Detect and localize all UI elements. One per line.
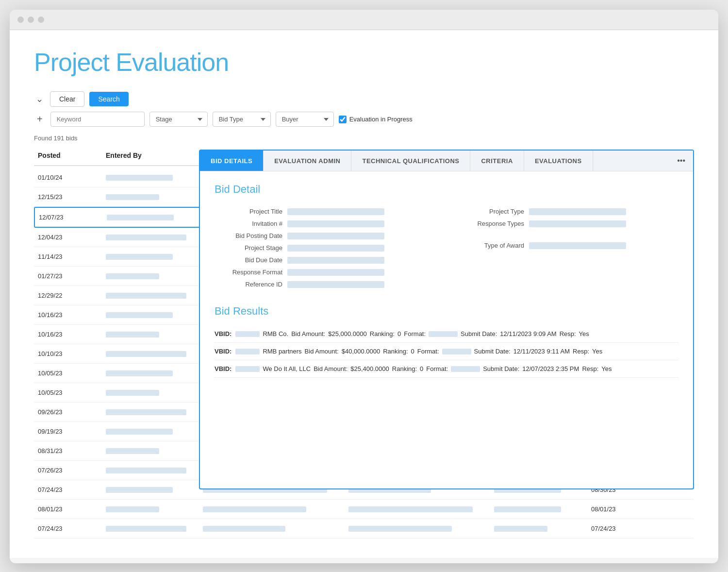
bid-result-row-3: VBID: We Do It All, LLC Bid Amount: $25,… (215, 360, 678, 378)
label-invitation: Invitation # (215, 220, 282, 227)
cell-c3 (199, 505, 345, 514)
bid-amount-label-1: Bid Amount: (291, 330, 325, 337)
evaluation-in-progress-filter[interactable]: Evaluation in Progress (339, 116, 413, 123)
tab-evaluations[interactable]: EVALUATIONS (524, 151, 593, 171)
label-type-of-award: Type of Award (456, 242, 524, 249)
cell-posted: 10/10/23 (34, 348, 102, 359)
bid-amount-value-2: $40,000.0000 (342, 348, 381, 355)
label-response-types: Response Types (456, 220, 524, 227)
submit-date-label-1: Submit Date: (461, 330, 497, 337)
search-button[interactable]: Search (89, 92, 128, 106)
cell-c3 (199, 524, 345, 534)
add-filter-button[interactable]: + (34, 113, 46, 126)
clear-button[interactable]: Clear (50, 91, 84, 107)
cell-posted: 07/24/23 (34, 484, 102, 495)
stage-select[interactable]: Stage (149, 112, 208, 127)
tab-technical-qualifications[interactable]: TECHNICAL QUALIFICATIONS (351, 151, 470, 171)
app-window: Project Evaluation ⌄ Clear Search + Stag… (10, 10, 718, 563)
vbid-label-2: VBID: (215, 348, 232, 355)
value-bid-posting-date (287, 233, 384, 239)
table-row[interactable]: 07/24/23 07/24/23 (34, 519, 694, 538)
traffic-light-close[interactable] (17, 17, 24, 23)
vbid-value-3 (235, 366, 260, 372)
value-reference-id (287, 281, 384, 288)
cell-entered-by (102, 369, 199, 378)
evaluation-in-progress-checkbox[interactable] (339, 116, 347, 123)
cell-entered-by (102, 407, 199, 417)
company-name-3: We Do It All, LLC (263, 365, 311, 372)
label-bid-due-date: Bid Due Date (215, 256, 282, 264)
cell-entered-by (102, 349, 199, 359)
cell-entered-by (102, 310, 199, 320)
main-content: Project Evaluation ⌄ Clear Search + Stag… (10, 30, 718, 558)
filter-row-1: ⌄ Clear Search (34, 91, 694, 107)
cell-entered-by (102, 446, 199, 456)
value-invitation (287, 220, 384, 227)
titlebar (10, 10, 718, 30)
bid-amount-value-1: $25,000.0000 (328, 330, 367, 337)
company-name-1: RMB Co. (263, 330, 288, 337)
cell-entered-by (102, 427, 199, 437)
detail-row-project-type: Project Type (456, 205, 678, 218)
cell-posted: 12/04/23 (34, 232, 102, 243)
format-label-1: Format: (404, 330, 426, 337)
cell-entered-by (102, 505, 199, 514)
buyer-select[interactable]: Buyer (276, 112, 334, 127)
cell-entered-by (102, 252, 199, 262)
detail-row-response-types: Response Types (456, 218, 678, 230)
keyword-input[interactable] (50, 112, 145, 127)
cell-entered-by (102, 330, 199, 339)
resp-label-3: Resp: (582, 365, 598, 372)
vbid-label-1: VBID: (215, 330, 232, 337)
detail-row-response-format: Response Format (215, 266, 437, 278)
cell-posted: 10/05/23 (34, 368, 102, 379)
resp-value-2: Yes (592, 348, 602, 355)
traffic-light-maximize[interactable] (38, 17, 44, 23)
table-area: Posted Entered By Date 01/10/24 10/24 12… (34, 150, 694, 538)
tab-bid-details[interactable]: BID DETAILS (200, 151, 264, 171)
tab-evaluation-admin[interactable]: EVALUATION ADMIN (264, 151, 351, 171)
bid-result-row-2: VBID: RMB partners Bid Amount: $40,000.0… (215, 343, 678, 360)
cell-date: 08/01/23 (587, 504, 655, 515)
ranking-label-2: Ranking: (383, 348, 408, 355)
detail-row-bid-due-date: Bid Due Date (215, 254, 437, 266)
submit-date-value-3: 12/07/2023 2:35 PM (522, 365, 579, 372)
popup-tabs: BID DETAILS EVALUATION ADMIN TECHNICAL Q… (200, 151, 693, 171)
detail-row-invitation: Invitation # (215, 218, 437, 230)
ranking-value-3: 0 (420, 365, 423, 372)
format-label-3: Format: (426, 365, 448, 372)
collapse-button[interactable]: ⌄ (34, 92, 45, 106)
col-entered-by: Entered By (102, 150, 199, 161)
cell-date: 07/24/23 (587, 523, 655, 534)
value-type-of-award (529, 242, 626, 249)
cell-posted: 09/26/23 (34, 406, 102, 418)
resp-value-3: Yes (601, 365, 612, 372)
label-project-stage: Project Stage (215, 244, 282, 252)
bid-amount-value-3: $25,400.0000 (350, 365, 389, 372)
found-count: Found 191 bids (34, 135, 694, 142)
cell-posted: 12/07/23 (35, 212, 103, 223)
cell-posted: 11/14/23 (34, 251, 102, 262)
table-row[interactable]: 08/01/23 08/01/23 (34, 500, 694, 519)
bid-detail-grid: Project Title Invitation # Bid Posting D… (215, 205, 678, 290)
cell-entered-by (103, 213, 200, 222)
resp-value-1: Yes (579, 330, 589, 337)
bid-results-title: Bid Results (215, 305, 678, 318)
tab-criteria[interactable]: CRITERIA (470, 151, 524, 171)
cell-posted: 08/31/23 (34, 445, 102, 456)
cell-posted: 01/10/24 (34, 172, 102, 183)
traffic-light-minimize[interactable] (28, 17, 34, 23)
cell-posted: 12/29/22 (34, 290, 102, 301)
bid-detail-title: Bid Detail (215, 183, 678, 196)
bid-type-select[interactable]: Bid Type (213, 112, 271, 127)
submit-date-label-3: Submit Date: (483, 365, 519, 372)
ranking-label-3: Ranking: (392, 365, 417, 372)
cell-posted: 07/26/23 (34, 465, 102, 476)
label-bid-posting-date: Bid Posting Date (215, 232, 282, 239)
cell-c5 (490, 505, 587, 514)
detail-row-project-title: Project Title (215, 205, 437, 218)
submit-date-value-2: 12/11/2023 9:11 AM (513, 348, 570, 355)
format-value-3 (451, 366, 480, 372)
more-tabs-button[interactable]: ••• (669, 151, 693, 171)
evaluation-in-progress-label: Evaluation in Progress (349, 116, 413, 123)
